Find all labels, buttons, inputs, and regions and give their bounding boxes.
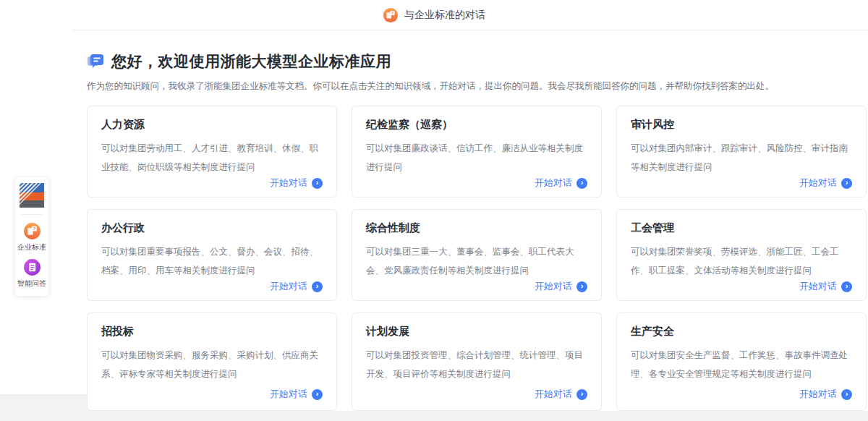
arrow-right-icon: › [312,178,323,189]
topic-card-comprehensive: 综合性制度 可以对集团三重一大、董事会、监事会、职工代表大会、党风廉政责任制等相… [352,209,602,301]
zheneng-logo[interactable] [20,183,44,208]
topic-card-title: 工会管理 [631,221,852,235]
sidebar-item-enterprise-standard[interactable]: ? 企业标准 [17,222,47,252]
topic-card-title: 人力资源 [101,118,323,132]
topic-card-desc: 可以对集团重要事项报告、公文、督办、会议、招待、档案、用印、用车等相关制度进行提… [101,242,323,280]
topic-card-hr: 人力资源 可以对集团劳动用工、人才引进、教育培训、休假、职业技能、岗位职级等相关… [87,106,337,197]
topic-card-desc: 可以对集团劳动用工、人才引进、教育培训、休假、职业技能、岗位职级等相关制度进行提… [101,139,323,177]
arrow-right-icon: › [312,389,323,400]
divider [21,214,43,215]
topic-card-desc: 可以对集团安全生产监督、工作奖惩、事故事件调查处理、各专业安全管理规定等相关制度… [631,346,852,383]
arrow-right-icon: › [576,389,587,400]
chevron-glyph: › [846,282,848,290]
topic-card-desc: 可以对集团投资管理、综合计划管理、统计管理、项目开发、项目评价等相关制度进行提问 [366,346,587,383]
enterprise-standard-chat-icon: ? [383,7,399,23]
arrow-right-icon: › [576,281,587,292]
topic-card-title: 办公行政 [101,221,323,235]
sidebar-item-label: 智能问答 [17,278,46,288]
start-chat-label: 开始对话 [535,388,572,401]
start-chat-button[interactable]: 开始对话 › [535,177,587,190]
arrow-right-icon: › [841,178,852,189]
topic-card-desc: 可以对集团三重一大、董事会、监事会、职工代表大会、党风廉政责任制等相关制度进行提… [366,242,587,280]
welcome-title: 您好，欢迎使用浙能大模型企业标准应用 [111,51,391,72]
topic-card-title: 综合性制度 [366,221,587,235]
chevron-glyph: › [581,390,584,398]
conversation-header: ? 与企业标准的对话 [383,7,485,23]
topic-card-desc: 可以对集团内部审计、跟踪审计、风险防控、审计指南等相关制度进行提问 [631,139,852,177]
topic-card-union: 工会管理 可以对集团荣誉奖项、劳模评选、浙能工匠、工会工作、职工提案、文体活动等… [616,209,867,301]
page-title: 与企业标准的对话 [404,9,485,22]
arrow-right-icon: › [841,389,852,400]
start-chat-label: 开始对话 [270,388,307,401]
chevron-glyph: › [581,179,584,187]
topic-card-title: 计划发展 [366,325,587,339]
chevron-glyph: › [846,179,848,187]
start-chat-label: 开始对话 [270,177,307,190]
chevron-glyph: › [316,179,319,187]
sidebar-item-label: 企业标准 [17,242,46,252]
chevron-glyph: › [316,282,319,290]
smart-qa-doc-icon [23,258,41,276]
start-chat-label: 开始对话 [535,280,572,293]
sidebar-item-smart-qa[interactable]: 智能问答 [17,258,47,289]
start-chat-label: 开始对话 [799,388,837,401]
topic-card-title: 纪检监察（巡察） [366,118,587,132]
topic-card-bidding: 招投标 可以对集团物资采购、服务采购、采购计划、供应商关系、评标专家等相关制度进… [87,312,337,411]
start-chat-label: 开始对话 [270,280,307,293]
topic-card-audit: 审计风控 可以对集团内部审计、跟踪审计、风险防控、审计指南等相关制度进行提问 开… [616,106,867,197]
question-mark-glyph: ? [391,11,393,15]
start-chat-label: 开始对话 [799,177,837,190]
arrow-right-icon: › [841,281,852,292]
start-chat-label: 开始对话 [535,177,572,190]
chat-bubble-icon [87,54,104,69]
question-mark-glyph: ? [33,226,35,231]
start-chat-button[interactable]: 开始对话 › [270,388,323,401]
start-chat-button[interactable]: 开始对话 › [270,280,323,293]
welcome-block: 您好，欢迎使用浙能大模型企业标准应用 作为您的知识顾问，我收录了浙能集团企业标准… [87,52,868,93]
welcome-subtitle: 作为您的知识顾问，我收录了浙能集团企业标准等文档。你可以在点击关注的知识领域，开… [87,80,868,93]
app-switcher-sidebar: ? 企业标准 智能问答 [14,177,49,297]
chevron-glyph: › [581,282,584,290]
arrow-right-icon: › [312,281,323,292]
topic-card-desc: 可以对集团荣誉奖项、劳模评选、浙能工匠、工会工作、职工提案、文体活动等相关制度进… [631,242,852,280]
topic-card-desc: 可以对集团物资采购、服务采购、采购计划、供应商关系、评标专家等相关制度进行提问 [101,346,323,383]
topic-card-title: 审计风控 [631,118,852,132]
topic-card-desc: 可以对集团廉政谈话、信访工作、廉洁从业等相关制度进行提问 [366,139,587,177]
topic-card-title: 生产安全 [631,325,852,339]
start-chat-button[interactable]: 开始对话 › [270,177,323,190]
chat-content: 您好，欢迎使用浙能大模型企业标准应用 作为您的知识顾问，我收录了浙能集团企业标准… [0,30,868,411]
topic-card-planning: 计划发展 可以对集团投资管理、综合计划管理、统计管理、项目开发、项目评价等相关制… [352,312,602,411]
page-background-bottom [0,411,868,421]
start-chat-label: 开始对话 [799,280,837,293]
topic-card-grid: 人力资源 可以对集团劳动用工、人才引进、教育培训、休假、职业技能、岗位职级等相关… [87,106,867,411]
start-chat-button[interactable]: 开始对话 › [535,388,587,401]
arrow-right-icon: › [576,178,587,189]
start-chat-button[interactable]: 开始对话 › [799,177,852,190]
top-header: ? 与企业标准的对话 [0,0,868,30]
start-chat-button[interactable]: 开始对话 › [799,388,852,401]
topic-card-office-admin: 办公行政 可以对集团重要事项报告、公文、督办、会议、招待、档案、用印、用车等相关… [87,209,337,301]
enterprise-standard-chat-icon: ? [23,222,41,240]
start-chat-button[interactable]: 开始对话 › [535,280,587,293]
topic-card-discipline: 纪检监察（巡察） 可以对集团廉政谈话、信访工作、廉洁从业等相关制度进行提问 开始… [352,106,602,197]
topic-card-title: 招投标 [101,325,323,339]
start-chat-button[interactable]: 开始对话 › [799,280,852,293]
topic-card-safety: 生产安全 可以对集团安全生产监督、工作奖惩、事故事件调查处理、各专业安全管理规定… [616,312,867,411]
chevron-glyph: › [846,390,848,398]
chevron-glyph: › [316,390,319,398]
